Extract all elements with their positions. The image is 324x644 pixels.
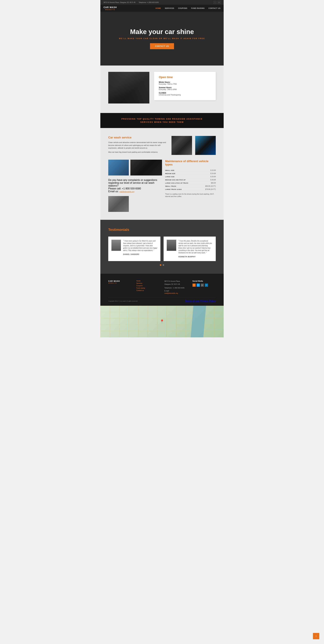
hero-title: Make your car shine <box>119 28 205 36</box>
closed-val: Christmas and Thanksgiving <box>159 94 211 96</box>
footer: CAR WASH WEBSITE Home Services Coupons F… <box>100 274 224 306</box>
open-time-title: Open time <box>159 76 211 79</box>
dot-2[interactable] <box>163 264 164 266</box>
services-row1: Car wash service Clean vehicle and attra… <box>108 136 216 155</box>
footer-link-contact[interactable]: Contact us <box>136 290 160 291</box>
footer-twitter-icon[interactable]: t <box>197 284 200 287</box>
email-link[interactable]: mail@demolink.org <box>119 191 134 192</box>
waiting-note: There is a waiting room for the drivers … <box>165 193 216 198</box>
footer-link-services[interactable]: Services <box>136 282 160 284</box>
open-time-inner: Open time Winter Hours: Everyday: 7AM to… <box>108 72 216 104</box>
sponge-image-wrapper <box>108 196 162 212</box>
car-dark-image <box>130 160 162 176</box>
nav-contact[interactable]: CONTACT US <box>209 7 221 9</box>
sponge-image <box>108 196 129 212</box>
price-value: $ 29.99 <box>200 175 216 178</box>
winter-hours-val: Everyday: 7AM to 7PM <box>159 83 211 85</box>
linkedin-icon[interactable]: in <box>218 1 221 4</box>
nav-services[interactable]: SERVICES <box>165 7 174 9</box>
summer-hours-val: Everyday: 7AM to 9PM <box>159 88 211 90</box>
dot-1[interactable] <box>160 264 161 266</box>
maintenance-title: Maintenance of different vehicle types <box>165 160 216 166</box>
contact-email: Email us: mail@demolink.org <box>108 190 162 193</box>
telephone-text: Telephone: +1 800 603 6035 <box>139 2 159 3</box>
footer-email-row: E-mail: mail@demolink.org <box>164 290 188 294</box>
copyright-text: Copyright 2016 © Car wash All rights res… <box>108 300 138 302</box>
terms-link[interactable]: Terms of use <box>185 300 199 302</box>
footer-facebook-icon[interactable]: f <box>193 284 196 287</box>
car-wash-desc2: Also we have big closed truck parking an… <box>108 151 168 154</box>
contact-question: Do you have any complaints or suggestion… <box>108 179 162 187</box>
footer-nav-col: Home Services Coupons Fund raising Conta… <box>136 280 160 295</box>
footer-link-home[interactable]: Home <box>136 280 160 282</box>
price-value: $ 19.99 <box>200 169 216 172</box>
car-wash-title: Car wash service <box>108 136 168 139</box>
price-label: MEDIUM VAN AND PICK UP <box>165 178 200 182</box>
map-river <box>191 306 206 337</box>
price-label: LARGE SIZE <box>165 175 200 178</box>
avatar-2 <box>167 240 176 251</box>
price-row: LARGE TRUCK & BUS$79.99 (24 FT) <box>165 188 216 191</box>
dark-banner: PROVIDING TOP QUALITY TOWING AND ROADSID… <box>100 113 224 128</box>
price-value: $59.99 (16 FT) <box>200 185 216 188</box>
hero-section: Make your car shine WE'LL MAKE YOUR CAR … <box>100 12 224 66</box>
footer-instagram-icon[interactable]: in <box>201 284 204 287</box>
price-row: SMALL SIZE$ 19.99 <box>165 169 216 172</box>
car-wash-image <box>108 72 149 104</box>
footer-email-link[interactable]: mail@demolink.org <box>164 292 188 294</box>
services-inner: Car wash service Clean vehicle and attra… <box>108 136 216 212</box>
price-row: MEDIUM VAN AND PICK UP$ 34.99 <box>165 178 216 182</box>
car-wash-service-text: Car wash service Clean vehicle and attra… <box>108 136 168 155</box>
services-row2: Do you have any complaints or suggestion… <box>108 160 216 212</box>
footer-link-coupons[interactable]: Coupons <box>136 285 160 286</box>
footer-bottom: Copyright 2016 © Car wash All rights res… <box>108 298 216 302</box>
top-bar-contact: 9870 St Vincent Place, Glasgow, DC 45 Fr… <box>103 2 159 3</box>
testimonial-quote-1: " I have been going to Car Wash for year… <box>123 240 157 252</box>
footer-link-fundraising[interactable]: Fund raising <box>136 287 160 289</box>
footer-linkedin-icon[interactable]: li <box>205 284 208 287</box>
services-left-col: Do you have any complaints or suggestion… <box>108 160 162 212</box>
top-bar-social: f in <box>214 1 221 4</box>
facebook-icon[interactable]: f <box>214 1 216 4</box>
avatar-1 <box>111 240 121 251</box>
price-value: $79.99 (24 FT) <box>200 188 216 191</box>
privacy-link[interactable]: Privacy Policy <box>200 300 216 302</box>
footer-address-2: Glasgow, DC 45 Fr 45 <box>164 283 188 286</box>
map-section: 📍 <box>100 306 224 337</box>
price-label: SMALL SIZE <box>165 169 200 172</box>
open-time-section: Open time Winter Hours: Everyday: 7AM to… <box>100 66 224 113</box>
price-label: LARGE TRUCK & BUS <box>165 188 200 191</box>
testimonial-card-2: " I love this place. Besides the excepti… <box>164 236 216 261</box>
logo[interactable]: CAR WASH WEBSITE <box>103 6 117 10</box>
testimonial-text-2: " I love this place. Besides the excepti… <box>178 240 213 258</box>
footer-address-1: 9870 St Vincent Place, <box>164 280 188 282</box>
footer-social-title: Social Media <box>193 280 216 282</box>
dark-banner-text: PROVIDING TOP QUALITY TOWING AND ROADSID… <box>103 118 221 124</box>
testimonials-row: " I have been going to Car Wash for year… <box>108 236 216 261</box>
testimonials-inner: Testimonials " I have been going to Car … <box>108 228 216 266</box>
contact-box: Do you have any complaints or suggestion… <box>108 179 162 193</box>
testimonial-name-2: KENNETH MURPHY <box>178 256 213 258</box>
map-pin: 📍 <box>160 319 164 324</box>
nav-home[interactable]: HOME <box>156 7 161 9</box>
footer-inner: CAR WASH WEBSITE Home Services Coupons F… <box>108 280 216 295</box>
footer-logo: CAR WASH WEBSITE <box>108 280 132 295</box>
open-time-box: Open time Winter Hours: Everyday: 7AM to… <box>154 72 216 100</box>
testimonial-card-1: " I have been going to Car Wash for year… <box>108 236 160 261</box>
price-row: SMALL TRUCK$59.99 (16 FT) <box>165 185 216 188</box>
header: CAR WASH WEBSITE HOME SERVICES COUPONS F… <box>100 5 224 12</box>
summer-hours-label: Summer Hours: <box>159 86 211 88</box>
nav-fundraising[interactable]: FUND RAISING <box>191 7 205 9</box>
address-text: 9870 St Vincent Place, Glasgow, DC 45 Fr… <box>103 2 135 3</box>
hero-cta-button[interactable]: CONTACT US <box>150 43 174 49</box>
carousel-dots <box>108 264 216 266</box>
price-row: MEDIUM SIZE$ 24.99 <box>165 172 216 175</box>
testimonial-text-1: " I have been going to Car Wash for year… <box>123 240 157 258</box>
car-wash-desc1: Clean vehicle and attractive exterior de… <box>108 141 168 150</box>
nav-coupons[interactable]: COUPONS <box>178 7 187 9</box>
services-section: Car wash service Clean vehicle and attra… <box>100 128 224 220</box>
contact-phone: Please call: +1 800 559 6580 <box>108 187 162 190</box>
footer-social-col: Social Media f t in li <box>193 280 216 295</box>
top-bar: 9870 St Vincent Place, Glasgow, DC 45 Fr… <box>100 0 224 5</box>
phone-number: +1 800 559 6580 <box>122 187 141 190</box>
